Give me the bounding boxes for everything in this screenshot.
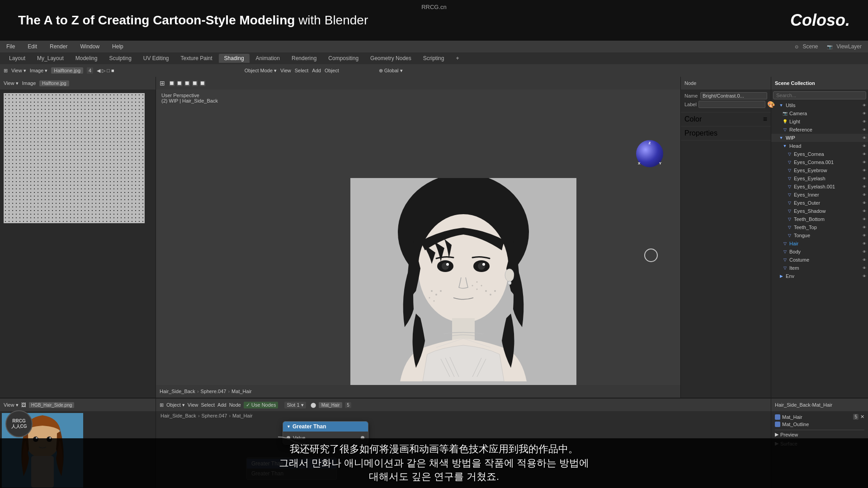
outliner-item-body[interactable]: ▽ Body 👁 — [771, 248, 868, 256]
ne-select-btn[interactable]: Select — [201, 402, 215, 408]
eyes-eyelash-001-label: Eyes_Eyelash.001 — [794, 184, 861, 189]
navigation-gizmo[interactable]: Z Y X — [636, 140, 668, 172]
outliner-item-costume[interactable]: ▽ Costume 👁 — [771, 256, 868, 264]
eyes-cornea-icon: ▽ — [786, 151, 793, 157]
outliner-item-eyes-cornea-001[interactable]: ▽ Eyes_Cornea.001 👁 — [771, 158, 868, 166]
tab-modeling[interactable]: Modeling — [70, 54, 103, 63]
nb-sphere[interactable]: Sphere.047 — [202, 413, 227, 418]
color-picker-icon[interactable]: 🎨 — [767, 101, 775, 108]
tab-sculpting[interactable]: Sculpting — [104, 54, 137, 63]
outliner-item-tongue[interactable]: ▽ Tongue 👁 — [771, 231, 868, 239]
node-right-panel: Node Name Label 🎨 Color ≡ Properties — [680, 77, 771, 398]
node-name-field: Name — [684, 92, 767, 99]
tab-compositing[interactable]: Compositing — [323, 54, 364, 63]
nb-mat[interactable]: Mat_Hair — [232, 413, 253, 418]
outliner-item-camera[interactable]: 📷 Camera 👁 — [771, 109, 868, 117]
mat-breadcrumb-mat-hair[interactable]: Mat_Hair — [231, 389, 252, 394]
outliner-item-env[interactable]: ▶ Env 👁 — [771, 272, 868, 280]
outliner-item-teeth-bottom[interactable]: ▽ Teeth_Bottom 👁 — [771, 215, 868, 223]
tab-layout[interactable]: Layout — [4, 54, 31, 63]
light-icon: 💡 — [782, 118, 788, 125]
outliner-item-eyes-shadow[interactable]: ▽ Eyes_Shadow 👁 — [771, 207, 868, 215]
outliner-item-eyes-inner[interactable]: ▽ Eyes_Inner 👁 — [771, 191, 868, 199]
menu-help[interactable]: Help — [109, 42, 126, 51]
menu-window[interactable]: Window — [77, 42, 102, 51]
mat-hair-row[interactable]: Mat_Hair 5 ✕ — [775, 413, 864, 421]
tab-rendering[interactable]: Rendering — [286, 54, 322, 63]
color-expand-icon[interactable]: ≡ — [763, 115, 767, 123]
ne-object-btn[interactable]: Object ▾ — [166, 402, 185, 408]
reference-label: Reference — [789, 127, 861, 132]
top-toolbar: ⊞ View ▾ Image ▾ Halftone.jpg 4 ◀ ▷ □ ■ … — [0, 64, 868, 77]
menu-edit[interactable]: Edit — [25, 42, 40, 51]
tab-animation[interactable]: Animation — [250, 54, 285, 63]
preview-header[interactable]: ▶ Preview — [775, 432, 864, 437]
menu-render[interactable]: Render — [47, 42, 70, 51]
object-btn[interactable]: Object — [325, 68, 339, 73]
left-panel-filename: Halftone.jpg — [39, 80, 69, 86]
tab-texture-paint[interactable]: Texture Paint — [175, 54, 218, 63]
outliner-search[interactable] — [773, 91, 866, 99]
object-mode-btn[interactable]: Object Mode ▾ — [245, 68, 277, 74]
tab-geometry-nodes[interactable]: Geometry Nodes — [365, 54, 417, 63]
add-btn[interactable]: Add — [312, 68, 321, 73]
select-btn[interactable]: Select — [295, 68, 309, 73]
label-input[interactable] — [698, 101, 765, 108]
color-section: Color ≡ — [681, 113, 771, 127]
mat-breadcrumb-hair-side[interactable]: Hair_Side_Back — [160, 389, 195, 394]
mat-close-icon[interactable]: ✕ — [860, 414, 864, 420]
body-icon: ▽ — [782, 249, 788, 255]
svg-point-23 — [476, 289, 478, 290]
outliner-item-hair[interactable]: ▽ Hair 👁 — [771, 239, 868, 248]
global-btn[interactable]: ⊕ Global ▾ — [379, 68, 403, 74]
tab-shading[interactable]: Shading — [219, 54, 250, 63]
outliner-item-utils[interactable]: ▼ Utils 👁 — [771, 101, 868, 109]
eyes-eyelash-icon: ▽ — [786, 175, 793, 182]
tab-scripting[interactable]: Scripting — [418, 54, 450, 63]
name-input[interactable] — [700, 92, 767, 99]
bl-view-btn[interactable]: View ▾ — [4, 402, 19, 408]
svg-point-19 — [485, 290, 487, 292]
toolbar-image-btn[interactable]: Image ▾ — [30, 68, 48, 74]
outliner-item-teeth-top[interactable]: ▽ Teeth_Top 👁 — [771, 223, 868, 231]
ne-slot-num: 5 — [345, 402, 351, 408]
outliner-item-light[interactable]: 💡 Light 👁 — [771, 117, 868, 126]
viewport-icons-row: 🔲 🔲 🔲 🔲 🔲 — [169, 80, 206, 86]
name-label: Name — [684, 93, 698, 99]
ne-node-btn[interactable]: Node — [229, 402, 241, 408]
mat-breadcrumb-sphere[interactable]: Sphere.047 — [201, 389, 226, 394]
outliner-item-wip[interactable]: ▼ WIP 👁 — [771, 134, 868, 142]
tab-add[interactable]: + — [450, 54, 464, 63]
menu-file[interactable]: File — [4, 42, 18, 51]
outliner-item-eyes-outer[interactable]: ▽ Eyes_Outer 👁 — [771, 199, 868, 207]
tab-my-layout[interactable]: My_Layout — [32, 54, 69, 63]
outliner-item-head[interactable]: ▼ Head 👁 — [771, 142, 868, 150]
use-nodes-btn[interactable]: ✓ Use Nodes — [244, 402, 278, 408]
slot-btn[interactable]: Slot 1 ▾ — [284, 402, 306, 408]
outliner-item-eyes-cornea[interactable]: ▽ Eyes_Cornea 👁 — [771, 150, 868, 158]
left-panel-view[interactable]: View ▾ — [4, 80, 19, 86]
preview-section: ▶ Preview — [775, 430, 864, 439]
bl-filename: HGB_Hair_Side.png — [29, 402, 75, 408]
view-btn[interactable]: View — [280, 68, 291, 73]
tab-uv-editing[interactable]: UV Editing — [138, 54, 175, 63]
outliner-item-reference[interactable]: ▽ Reference 👁 — [771, 126, 868, 134]
mat-breadcrumb-bar: Hair_Side_Back › Sphere.047 › Mat_Hair ◧ — [156, 385, 771, 398]
nb-hair[interactable]: Hair_Side_Back — [160, 413, 196, 418]
outliner-item-eyes-eyelash[interactable]: ▽ Eyes_Eyelash 👁 — [771, 174, 868, 183]
viewport-header: ⊞ 🔲 🔲 🔲 🔲 🔲 — [156, 77, 771, 89]
ne-add-btn[interactable]: Add — [217, 402, 226, 408]
node-title: Greater Than — [283, 422, 368, 432]
outliner-item-eyes-eyelash-001[interactable]: ▽ Eyes_Eyelash.001 👁 — [771, 183, 868, 191]
ne-view-btn[interactable]: View — [188, 402, 198, 408]
toolbar-icon-grid: ⊞ — [4, 68, 8, 74]
outliner-item-eyes-eyebrow[interactable]: ▽ Eyes_Eyebrow 👁 — [771, 166, 868, 174]
toolbar-view-btn[interactable]: View ▾ — [11, 68, 26, 74]
outliner-item-item[interactable]: ▽ Item 👁 — [771, 264, 868, 272]
eyes-cornea-001-vis: 👁 — [863, 160, 866, 164]
nav-sphere[interactable]: Z Y X — [636, 140, 663, 167]
mat-outline-row[interactable]: Mat_Outline — [775, 421, 864, 428]
halftone-filename[interactable]: Halftone.jpg — [51, 67, 83, 74]
svg-point-17 — [494, 290, 496, 292]
svg-point-21 — [481, 285, 482, 286]
